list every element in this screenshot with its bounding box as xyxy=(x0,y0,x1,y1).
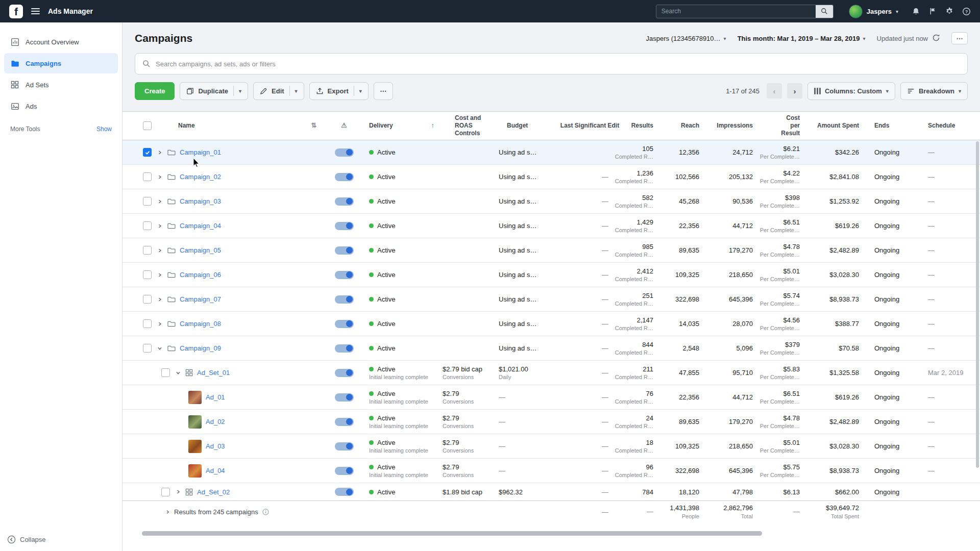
row-checkbox[interactable] xyxy=(143,270,152,279)
expand-caret[interactable] xyxy=(157,150,163,155)
row-name-link[interactable]: Ad_Set_01 xyxy=(197,369,230,377)
delivery-toggle[interactable] xyxy=(335,442,354,450)
campaign-search-bar[interactable] xyxy=(135,53,968,74)
row-checkbox[interactable] xyxy=(143,344,152,353)
campaign-row[interactable]: Campaign_03 Active Using ad s… — 582Comp… xyxy=(122,189,980,214)
column-header-name[interactable]: Name xyxy=(178,122,195,130)
topbar-search-button[interactable] xyxy=(816,5,833,18)
row-checkbox[interactable] xyxy=(143,172,152,181)
edit-button[interactable]: Edit▾ xyxy=(253,82,304,100)
campaign-row[interactable]: Campaign_07 Active Using ad s… — 251Comp… xyxy=(122,287,980,312)
row-checkbox[interactable] xyxy=(143,148,152,157)
row-checkbox[interactable] xyxy=(143,221,152,230)
adset-row[interactable]: Ad_Set_02 Active $1.89 bid cap $962.32 —… xyxy=(122,483,980,500)
topbar-search[interactable] xyxy=(656,5,834,18)
notifications-bell-icon[interactable] xyxy=(912,7,920,16)
sidebar-item-ad-sets[interactable]: Ad Sets xyxy=(4,74,118,95)
campaign-row[interactable]: Campaign_05 Active Using ad s… — 985Comp… xyxy=(122,238,980,263)
row-checkbox[interactable] xyxy=(143,246,152,255)
column-header-delivery[interactable]: Delivery↑ xyxy=(364,121,439,130)
column-header-cost[interactable]: Cost and ROAS Controls xyxy=(439,114,496,137)
delivery-toggle[interactable] xyxy=(335,344,354,353)
date-range-selector[interactable]: This month: Mar 1, 2019 – Mar 28, 2019 ▾ xyxy=(738,35,866,42)
previous-page-button[interactable]: ‹ xyxy=(767,83,782,98)
expand-caret[interactable] xyxy=(157,297,163,302)
column-header-last-edit[interactable]: Last Significant Edit xyxy=(558,122,627,130)
sidebar-item-account-overview[interactable]: Account Overview xyxy=(4,32,118,52)
info-icon[interactable] xyxy=(262,509,269,515)
expand-caret[interactable] xyxy=(157,223,163,229)
row-checkbox[interactable] xyxy=(161,488,170,496)
flag-icon[interactable] xyxy=(928,7,937,15)
show-more-tools-link[interactable]: Show xyxy=(96,126,112,133)
row-name-link[interactable]: Ad_04 xyxy=(206,467,225,474)
row-name-link[interactable]: Campaign_03 xyxy=(180,197,221,205)
delivery-toggle[interactable] xyxy=(335,488,354,496)
row-name-link[interactable]: Campaign_06 xyxy=(180,271,221,279)
ad-row[interactable]: Ad_01 ActiveInitial learning complete $2… xyxy=(122,385,980,410)
adset-row[interactable]: Ad_Set_01 ActiveInitial learning complet… xyxy=(122,361,980,385)
ad-row[interactable]: Ad_03 ActiveInitial learning complete $2… xyxy=(122,434,980,459)
user-menu[interactable]: Jaspers ▾ xyxy=(849,5,898,18)
campaign-search-input[interactable] xyxy=(156,60,960,68)
column-header-impressions[interactable]: Impressions xyxy=(724,122,777,130)
row-checkbox[interactable] xyxy=(143,295,152,304)
sort-icon[interactable]: ⇅ xyxy=(311,121,317,129)
expand-caret[interactable] xyxy=(175,370,181,375)
delivery-toggle[interactable] xyxy=(335,295,354,304)
refresh-icon[interactable] xyxy=(932,34,940,43)
campaign-row[interactable]: Campaign_04 Active Using ad s… — 1,429Co… xyxy=(122,214,980,238)
row-name-link[interactable]: Ad_02 xyxy=(206,418,225,425)
export-button[interactable]: Export▾ xyxy=(309,82,369,100)
delivery-toggle[interactable] xyxy=(335,393,354,402)
row-name-link[interactable]: Campaign_08 xyxy=(180,320,221,328)
campaign-row[interactable]: Campaign_01 Active Using ad s… 105Comple… xyxy=(122,140,980,165)
ad-row[interactable]: Ad_02 ActiveInitial learning complete $2… xyxy=(122,410,980,434)
campaign-row[interactable]: Campaign_02 Active Using ad s… — 1,236Co… xyxy=(122,165,980,189)
next-page-button[interactable]: › xyxy=(787,83,802,98)
column-header-budget[interactable]: Budget xyxy=(496,122,558,130)
select-all-checkbox[interactable] xyxy=(143,121,152,130)
delivery-toggle[interactable] xyxy=(335,467,354,475)
row-name-link[interactable]: Campaign_07 xyxy=(180,295,221,303)
ad-row[interactable]: Ad_04 ActiveInitial learning complete $2… xyxy=(122,459,980,483)
footer-expand-caret[interactable] xyxy=(165,510,170,514)
delivery-toggle[interactable] xyxy=(335,320,354,328)
create-button[interactable]: Create xyxy=(135,82,175,100)
row-name-link[interactable]: Campaign_01 xyxy=(180,148,221,156)
more-options-button[interactable]: ⋯ xyxy=(951,32,968,44)
facebook-logo[interactable]: f xyxy=(9,5,23,18)
topbar-search-input[interactable] xyxy=(656,5,816,18)
row-checkbox[interactable] xyxy=(143,197,152,206)
toolbar-more-button[interactable]: ⋯ xyxy=(374,82,393,100)
row-name-link[interactable]: Ad_01 xyxy=(206,393,225,401)
row-name-link[interactable]: Campaign_02 xyxy=(180,173,221,181)
delivery-toggle[interactable] xyxy=(335,222,354,230)
sidebar-item-campaigns[interactable]: Campaigns xyxy=(4,53,118,73)
account-selector[interactable]: Jaspers (12345678910… ▾ xyxy=(646,35,726,42)
columns-button[interactable]: Columns: Custom▾ xyxy=(807,82,895,100)
row-name-link[interactable]: Ad_Set_02 xyxy=(197,488,230,496)
expand-caret[interactable] xyxy=(157,174,163,180)
column-header-ends[interactable]: Ends xyxy=(868,122,924,130)
help-icon[interactable]: ? xyxy=(962,7,971,16)
delivery-toggle[interactable] xyxy=(335,271,354,279)
column-header-results[interactable]: Results xyxy=(627,122,678,130)
column-header-schedule[interactable]: Schedule xyxy=(924,122,980,130)
delivery-toggle[interactable] xyxy=(335,197,354,206)
expand-caret[interactable] xyxy=(157,321,163,327)
delivery-toggle[interactable] xyxy=(335,369,354,377)
row-name-link[interactable]: Campaign_09 xyxy=(180,344,221,352)
row-checkbox[interactable] xyxy=(143,319,152,328)
campaign-row[interactable]: Campaign_06 Active Using ad s… — 2,412Co… xyxy=(122,263,980,287)
campaign-row[interactable]: Campaign_09 Active Using ad s… — 844Comp… xyxy=(122,336,980,361)
expand-caret[interactable] xyxy=(157,272,163,278)
expand-caret[interactable] xyxy=(175,489,181,494)
row-name-link[interactable]: Campaign_05 xyxy=(180,246,221,254)
sidebar-item-ads[interactable]: Ads xyxy=(4,96,118,116)
campaign-row[interactable]: Campaign_08 Active Using ad s… — 2,147Co… xyxy=(122,312,980,336)
delivery-toggle[interactable] xyxy=(335,148,354,157)
expand-caret[interactable] xyxy=(157,346,163,351)
vertical-scrollbar[interactable] xyxy=(976,141,979,468)
settings-gear-icon[interactable] xyxy=(945,7,954,16)
